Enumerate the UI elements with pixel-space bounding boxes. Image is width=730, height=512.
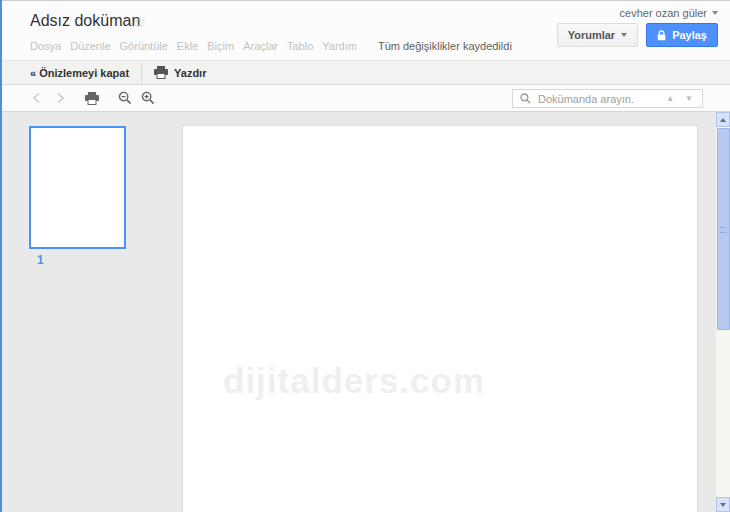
search-icon <box>520 93 531 104</box>
menu-goruntule[interactable]: Görüntüle <box>120 40 168 52</box>
arrow-down-icon <box>720 503 726 507</box>
header-buttons: Yorumlar Paylaş <box>557 23 718 47</box>
menu-dosya[interactable]: Dosya <box>30 40 61 52</box>
window-top-border <box>0 0 730 1</box>
search-input[interactable] <box>536 92 661 106</box>
menu-bicim[interactable]: Biçim <box>207 40 234 52</box>
search-nav-arrows: ▲ ▼ <box>666 94 695 103</box>
share-button-label: Paylaş <box>672 29 707 41</box>
page-thumbnail[interactable] <box>29 126 126 249</box>
thumbnail-page-number: 1 <box>37 253 44 267</box>
star-icon[interactable]: ☆ <box>133 14 146 29</box>
next-page-button[interactable] <box>56 92 65 104</box>
account-menu[interactable]: cevher ozan güler <box>620 7 718 19</box>
account-name: cevher ozan güler <box>620 7 707 19</box>
share-button[interactable]: Paylaş <box>646 23 718 47</box>
comments-button-label: Yorumlar <box>568 29 615 41</box>
comments-button[interactable]: Yorumlar <box>557 23 638 47</box>
header: Adsız doküman ☆ cevher ozan güler Yoruml… <box>0 1 730 60</box>
zoom-out-icon[interactable] <box>118 91 132 105</box>
menu-duzenle[interactable]: Düzenle <box>70 40 110 52</box>
menu-yardim[interactable]: Yardım <box>322 40 357 52</box>
search-previous-icon[interactable]: ▲ <box>666 94 674 103</box>
close-preview-button[interactable]: « Önizlemeyi kapat <box>30 67 129 79</box>
chevron-down-icon <box>712 11 718 15</box>
printer-icon <box>154 66 168 79</box>
lock-icon <box>657 30 666 41</box>
scroll-up-button[interactable] <box>716 112 730 127</box>
document-title[interactable]: Adsız doküman <box>30 12 140 30</box>
preview-content: 1 dijitalders.com <box>0 112 730 512</box>
chevron-down-icon <box>621 33 627 37</box>
search-next-icon[interactable]: ▼ <box>685 94 693 103</box>
print-toolbar: ▲ ▼ <box>0 85 730 112</box>
watermark: dijitalders.com <box>223 361 485 401</box>
arrow-up-icon <box>720 118 726 122</box>
print-button[interactable]: Yazdır <box>174 67 206 79</box>
vertical-scrollbar[interactable] <box>716 112 730 512</box>
docs-print-preview-window: Adsız doküman ☆ cevher ozan güler Yoruml… <box>0 0 730 512</box>
menu-tablo[interactable]: Tablo <box>287 40 313 52</box>
menu-araclar[interactable]: Araçlar <box>243 40 278 52</box>
print-icon-button[interactable] <box>85 92 99 105</box>
scrollbar-thumb[interactable] <box>717 128 730 330</box>
zoom-in-icon[interactable] <box>141 91 155 105</box>
window-left-border <box>0 0 2 512</box>
scroll-down-button[interactable] <box>716 497 730 512</box>
document-page: dijitalders.com <box>182 125 698 512</box>
menu-bar: Dosya Düzenle Görüntüle Ekle Biçim Araçl… <box>30 40 512 52</box>
document-search-box[interactable]: ▲ ▼ <box>512 89 703 108</box>
toolbar-divider <box>141 61 142 84</box>
menu-ekle[interactable]: Ekle <box>177 40 198 52</box>
previous-page-button[interactable] <box>32 92 41 104</box>
save-status: Tüm değişiklikler kaydedildi <box>378 40 512 52</box>
preview-bar: « Önizlemeyi kapat Yazdır <box>0 60 730 85</box>
